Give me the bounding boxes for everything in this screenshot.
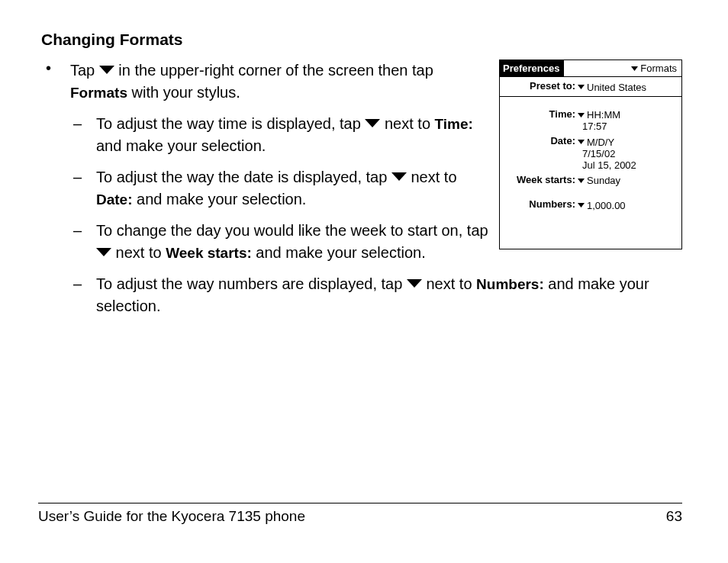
svg-marker-9 <box>96 248 111 256</box>
dash-marker: – <box>70 166 96 211</box>
bullet-text: Tap in the upper-right corner of the scr… <box>70 60 467 104</box>
numbers-dropdown: 1,000.00 <box>578 200 626 211</box>
dropdown-icon <box>578 85 585 89</box>
dropdown-icon <box>578 179 585 183</box>
svg-marker-2 <box>578 113 585 117</box>
footer-left: User’s Guide for the Kyocera 7135 phone <box>38 508 305 525</box>
time-dropdown: HH:MM <box>578 109 620 121</box>
svg-marker-8 <box>391 172 407 181</box>
dropdown-icon <box>365 119 380 127</box>
dropdown-icon <box>578 140 585 144</box>
week-label: Week starts: <box>504 174 578 185</box>
sub-item-numbers: – To adjust the way numbers are displaye… <box>70 273 682 317</box>
svg-marker-10 <box>407 279 422 288</box>
date-example-2: Jul 15, 2002 <box>500 159 681 171</box>
preset-dropdown: United States <box>578 82 646 93</box>
time-example: 17:57 <box>500 121 681 132</box>
screenshot-title: Preferences <box>500 60 564 76</box>
sub-text-time: To adjust the way time is displayed, tap… <box>96 113 493 157</box>
preferences-screenshot: Preferences Formats Preset to: United St… <box>499 60 682 249</box>
dropdown-icon <box>96 248 111 256</box>
preset-label: Preset to: <box>504 80 578 92</box>
dropdown-icon <box>631 66 638 71</box>
numbers-value: 1,000.00 <box>587 200 626 211</box>
week-value: Sunday <box>587 175 620 186</box>
dropdown-icon <box>578 113 585 117</box>
screenshot-menu-label: Formats <box>640 63 677 74</box>
sub-text-week: To change the day you would like the wee… <box>96 220 493 264</box>
svg-marker-0 <box>631 66 638 71</box>
dropdown-icon <box>99 66 114 74</box>
dash-marker: – <box>70 113 96 157</box>
dropdown-icon <box>578 203 585 208</box>
section-heading: Changing Formats <box>41 31 682 49</box>
week-dropdown: Sunday <box>578 175 620 186</box>
dash-marker: – <box>70 220 96 264</box>
svg-marker-5 <box>578 203 585 208</box>
screenshot-menu-dropdown: Formats <box>631 63 681 74</box>
date-dropdown: M/D/Y <box>578 137 614 148</box>
dropdown-icon <box>391 172 407 181</box>
numbers-label: Numbers: <box>504 198 578 210</box>
svg-marker-3 <box>578 140 585 144</box>
date-example-1: 7/15/02 <box>500 148 681 159</box>
date-value: M/D/Y <box>587 137 614 148</box>
preset-value: United States <box>587 82 646 93</box>
page-footer: User’s Guide for the Kyocera 7135 phone … <box>38 503 682 525</box>
svg-marker-4 <box>578 179 585 183</box>
svg-marker-1 <box>578 85 585 89</box>
date-label: Date: <box>504 135 578 146</box>
svg-marker-6 <box>99 66 114 74</box>
dash-marker: – <box>70 273 96 317</box>
bullet-marker: • <box>38 60 70 327</box>
svg-marker-7 <box>365 119 380 127</box>
sub-text-date: To adjust the way the date is displayed,… <box>96 166 493 211</box>
page-number: 63 <box>666 508 682 525</box>
sub-text-numbers: To adjust the way numbers are displayed,… <box>96 273 682 317</box>
time-value: HH:MM <box>587 109 620 121</box>
time-label: Time: <box>504 108 578 120</box>
dropdown-icon <box>407 279 422 288</box>
